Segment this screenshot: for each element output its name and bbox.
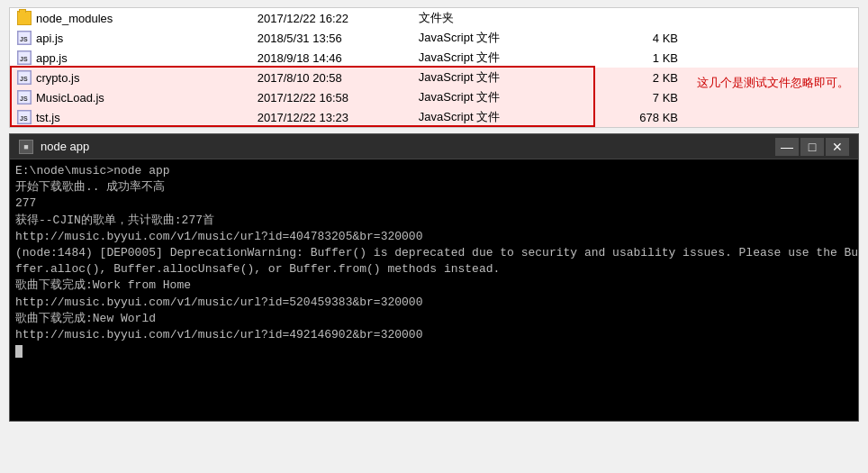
terminal-titlebar: ■ node app — □ ✕ bbox=[10, 134, 858, 159]
file-table: node_modules2017/12/22 16:22文件夹JSapi.js2… bbox=[10, 8, 858, 127]
file-size: 4 KB bbox=[543, 28, 858, 48]
js-file-icon: JS bbox=[17, 110, 32, 124]
terminal-line: 歌曲下载完成:New World bbox=[15, 311, 853, 327]
terminal-title: node app bbox=[41, 140, 775, 153]
svg-text:JS: JS bbox=[20, 76, 28, 82]
file-kind: JavaScript 文件 bbox=[401, 107, 543, 127]
file-kind: 文件夹 bbox=[401, 8, 543, 28]
file-date: 2017/8/10 20:58 bbox=[222, 68, 401, 87]
terminal-line: http://music.byyui.com/v1/music/url?id=5… bbox=[15, 295, 853, 311]
terminal-body: E:\node\music>node app开始下载歌曲.. 成功率不高277获… bbox=[10, 159, 858, 421]
file-kind: JavaScript 文件 bbox=[401, 28, 543, 48]
terminal-cursor-line bbox=[15, 343, 853, 359]
svg-text:JS: JS bbox=[20, 96, 28, 102]
terminal-window: ■ node app — □ ✕ E:\node\music>node app开… bbox=[9, 133, 859, 422]
file-date: 2017/12/22 16:58 bbox=[222, 87, 401, 107]
file-kind: JavaScript 文件 bbox=[401, 87, 543, 107]
file-name: MusicLoad.js bbox=[36, 91, 104, 105]
file-size: 1 KB bbox=[543, 48, 858, 68]
js-file-icon: JS bbox=[17, 70, 32, 85]
table-row[interactable]: JSapi.js2018/5/31 13:56JavaScript 文件4 KB bbox=[10, 28, 858, 48]
terminal-line: http://music.byyui.com/v1/music/url?id=4… bbox=[15, 229, 853, 245]
file-explorer-section: node_modules2017/12/22 16:22文件夹JSapi.js2… bbox=[0, 7, 868, 128]
file-name: api.js bbox=[36, 32, 63, 45]
terminal-line: E:\node\music>node app bbox=[15, 163, 853, 179]
file-date: 2017/12/22 13:23 bbox=[222, 107, 401, 127]
table-row[interactable]: JStst.js2017/12/22 13:23JavaScript 文件678… bbox=[10, 107, 858, 127]
table-row[interactable]: JSapp.js2018/9/18 14:46JavaScript 文件1 KB bbox=[10, 48, 858, 68]
terminal-icon-label: ■ bbox=[23, 142, 28, 151]
maximize-button[interactable]: □ bbox=[800, 138, 824, 156]
file-name: crypto.js bbox=[36, 71, 79, 85]
file-size: 678 KB bbox=[543, 107, 858, 127]
terminal-line: 277 bbox=[15, 196, 853, 212]
js-file-icon: JS bbox=[17, 90, 32, 105]
file-rows-wrapper: node_modules2017/12/22 16:22文件夹JSapi.js2… bbox=[10, 8, 858, 127]
terminal-cursor bbox=[15, 345, 23, 358]
minimize-button[interactable]: — bbox=[775, 138, 799, 156]
terminal-line: (node:1484) [DEP0005] DeprecationWarning… bbox=[15, 245, 853, 261]
file-date: 2017/12/22 16:22 bbox=[222, 8, 401, 28]
svg-text:JS: JS bbox=[20, 115, 28, 122]
js-file-icon: JS bbox=[17, 50, 32, 65]
file-name: node_modules bbox=[36, 12, 113, 25]
file-explorer: node_modules2017/12/22 16:22文件夹JSapi.js2… bbox=[9, 7, 859, 128]
svg-text:JS: JS bbox=[20, 36, 28, 42]
terminal-icon: ■ bbox=[19, 140, 33, 154]
file-kind: JavaScript 文件 bbox=[401, 48, 543, 68]
terminal-line: ffer.alloc(), Buffer.allocUnsafe(), or B… bbox=[15, 261, 853, 277]
file-name: tst.js bbox=[36, 111, 60, 124]
terminal-line: 歌曲下载完成:Work from Home bbox=[15, 277, 853, 294]
folder-icon bbox=[17, 11, 32, 25]
terminal-controls: — □ ✕ bbox=[775, 138, 849, 156]
svg-text:JS: JS bbox=[20, 56, 28, 62]
file-date: 2018/9/18 14:46 bbox=[222, 48, 401, 68]
js-file-icon: JS bbox=[17, 31, 32, 45]
terminal-line: 获得--CJIN的歌单，共计歌曲:277首 bbox=[15, 213, 853, 229]
file-date: 2018/5/31 13:56 bbox=[222, 28, 401, 48]
file-kind: JavaScript 文件 bbox=[401, 68, 543, 87]
terminal-line: 开始下载歌曲.. 成功率不高 bbox=[15, 179, 853, 196]
file-size bbox=[543, 8, 858, 28]
table-row[interactable]: node_modules2017/12/22 16:22文件夹 bbox=[10, 8, 858, 28]
close-button[interactable]: ✕ bbox=[826, 138, 849, 156]
annotation-text: 这几个是测试文件忽略即可。 bbox=[697, 75, 849, 91]
terminal-line: http://music.byyui.com/v1/music/url?id=4… bbox=[15, 327, 853, 343]
file-name: app.js bbox=[36, 51, 68, 65]
